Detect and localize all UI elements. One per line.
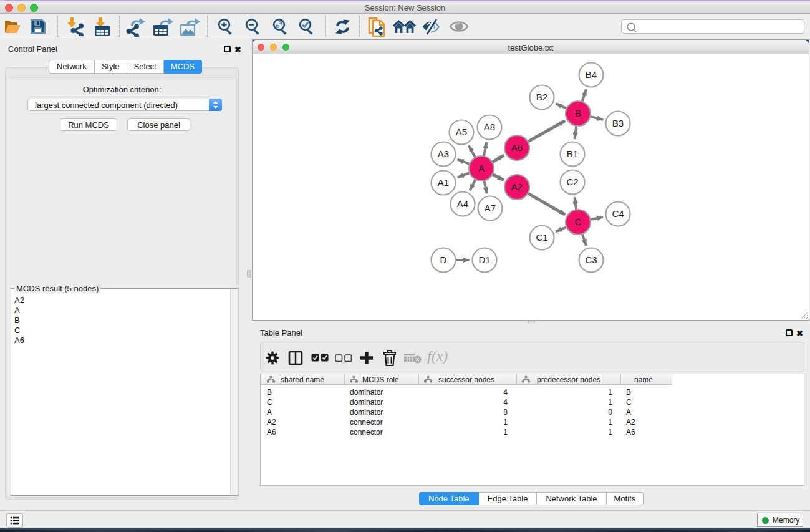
svg-text:A5: A5 — [456, 127, 467, 137]
svg-text:A: A — [478, 163, 485, 173]
svg-text:B: B — [575, 108, 581, 118]
svg-text:A4: A4 — [457, 198, 468, 209]
svg-text:C4: C4 — [612, 208, 624, 219]
svg-text:A3: A3 — [438, 148, 449, 159]
svg-text:B2: B2 — [536, 92, 547, 102]
svg-text:C: C — [575, 216, 582, 227]
svg-text:A1: A1 — [438, 177, 449, 188]
svg-text:C2: C2 — [566, 177, 578, 187]
svg-text:D: D — [440, 254, 447, 265]
svg-text:C3: C3 — [585, 254, 597, 265]
svg-text:A7: A7 — [485, 203, 496, 213]
svg-text:B1: B1 — [567, 148, 578, 159]
svg-text:A6: A6 — [511, 142, 523, 153]
svg-text:D1: D1 — [478, 254, 490, 265]
svg-text:B3: B3 — [612, 118, 624, 128]
svg-text:C1: C1 — [536, 232, 547, 243]
svg-text:A8: A8 — [484, 122, 495, 132]
svg-text:A2: A2 — [511, 181, 523, 192]
svg-text:B4: B4 — [586, 69, 597, 80]
